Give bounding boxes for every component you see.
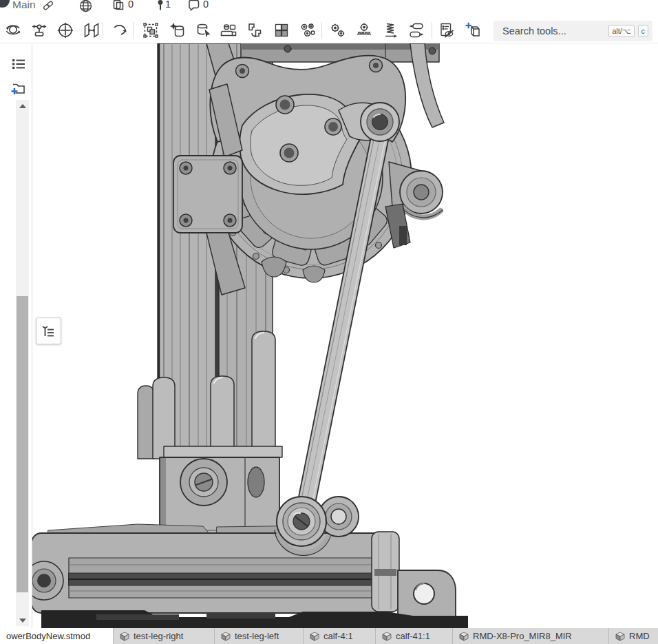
screw-relation-tool-icon[interactable] bbox=[381, 21, 400, 40]
pan-tool-icon[interactable] bbox=[56, 21, 75, 40]
public-globe-icon[interactable] bbox=[79, 0, 92, 12]
belt-relation-tool-icon[interactable] bbox=[407, 21, 426, 40]
tab-test-leg-left[interactable]: test-leg-left bbox=[214, 628, 303, 644]
tab-calf-4[interactable]: calf-4:1 bbox=[303, 628, 375, 644]
gear-relation-tool-icon[interactable] bbox=[328, 21, 348, 40]
part-cube-icon bbox=[120, 632, 129, 641]
part-cube-icon bbox=[310, 632, 319, 641]
feature-list-flyout-button[interactable] bbox=[36, 318, 61, 344]
tab-label: owerBodyNew.stmod bbox=[6, 631, 90, 641]
scroll-up-button[interactable] bbox=[16, 100, 29, 112]
workspace-name[interactable]: Main bbox=[12, 0, 36, 11]
mate-tool-icon[interactable] bbox=[168, 21, 187, 40]
shortcut-badge-alt: alt/⌥ bbox=[608, 25, 634, 37]
pattern-tool-icon[interactable] bbox=[246, 21, 265, 40]
tab-label: RMD-X8-Pro_MIR8_MIR bbox=[473, 631, 572, 641]
part-cube-icon bbox=[459, 632, 469, 641]
rotate-tool-icon[interactable] bbox=[3, 21, 23, 40]
linear-pattern-tool-icon[interactable] bbox=[272, 21, 291, 40]
tab-label: test-leg-right bbox=[134, 631, 183, 641]
mirror-tool-icon[interactable] bbox=[82, 21, 101, 40]
tab-lowerbodynew[interactable]: owerBodyNew.stmod bbox=[0, 628, 113, 644]
feature-list-flyout-icon bbox=[41, 324, 56, 339]
part-cube-icon bbox=[382, 632, 392, 641]
left-scrollbar[interactable] bbox=[16, 100, 29, 626]
share-link-icon[interactable] bbox=[42, 0, 54, 12]
tab-label: calf-4:1 bbox=[323, 631, 353, 641]
replicate-tool-icon[interactable] bbox=[298, 21, 317, 40]
part-cube-icon bbox=[221, 632, 231, 641]
tab-label: calf-41:1 bbox=[396, 631, 430, 641]
transform-tool-icon[interactable] bbox=[141, 21, 160, 40]
pins-icon[interactable] bbox=[156, 0, 165, 12]
assembly-toolbar: Search tools... alt/⌥ c bbox=[0, 14, 658, 43]
shortcut-badge-c: c bbox=[638, 25, 649, 37]
tab-label: test-leg-left bbox=[235, 631, 279, 641]
translate-tool-icon[interactable] bbox=[30, 21, 49, 40]
show-hidden-tool-icon[interactable] bbox=[437, 21, 456, 40]
onshape-app-window: Main 0 1 bbox=[0, 0, 658, 644]
tab-rmd[interactable]: RMD bbox=[608, 628, 658, 644]
tab-test-leg-right[interactable]: test-leg-right bbox=[113, 628, 214, 644]
tab-calf-41[interactable]: calf-41:1 bbox=[375, 628, 452, 644]
pins-count: 1 bbox=[165, 0, 171, 10]
search-tools-box[interactable]: Search tools... alt/⌥ c bbox=[494, 21, 652, 41]
version-dot-icon bbox=[0, 0, 10, 8]
tab-label: RMD bbox=[629, 631, 650, 641]
scroll-down-button[interactable] bbox=[16, 614, 29, 626]
3d-viewport[interactable] bbox=[32, 43, 658, 628]
instance-list-icon[interactable] bbox=[10, 55, 28, 73]
document-bar: Main 0 1 bbox=[0, 0, 658, 14]
tab-rmd-x8-pro[interactable]: RMD-X8-Pro_MIR8_MIR bbox=[452, 628, 608, 644]
leg-assembly-model bbox=[32, 43, 658, 628]
branches-count: 0 bbox=[203, 0, 209, 10]
insert-folder-icon[interactable] bbox=[10, 79, 28, 97]
copies-icon[interactable] bbox=[112, 0, 125, 12]
search-tools-placeholder: Search tools... bbox=[502, 25, 566, 37]
insert-parts-tool-icon[interactable] bbox=[220, 21, 239, 40]
copies-count: 0 bbox=[128, 0, 134, 10]
snap-tool-icon[interactable] bbox=[111, 21, 130, 40]
add-instance-tool-icon[interactable] bbox=[463, 21, 482, 40]
replace-instance-tool-icon[interactable] bbox=[194, 21, 213, 40]
scroll-thumb[interactable] bbox=[17, 296, 28, 592]
branches-icon[interactable] bbox=[188, 0, 201, 12]
document-tabs: owerBodyNew.stmod test-leg-right test-le… bbox=[0, 628, 658, 644]
part-cube-icon bbox=[615, 632, 625, 641]
rack-pinion-relation-tool-icon[interactable] bbox=[354, 21, 374, 40]
